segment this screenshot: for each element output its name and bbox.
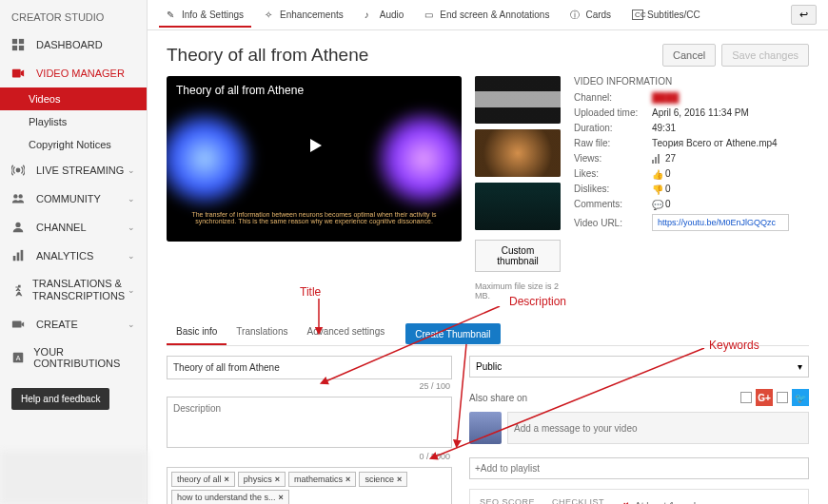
video-player[interactable]: Theory of all from Athene The transfer o… bbox=[167, 76, 462, 242]
fail-icon: ✗ bbox=[621, 501, 629, 505]
translate-icon bbox=[11, 283, 25, 297]
tag-chip[interactable]: physics× bbox=[238, 472, 286, 487]
cards-icon: ⓘ bbox=[570, 9, 582, 22]
svg-point-7 bbox=[18, 194, 22, 198]
live-icon bbox=[11, 164, 29, 177]
player-progress-bar[interactable] bbox=[167, 230, 462, 242]
thumbs-down-icon: 👎 bbox=[652, 184, 661, 194]
thumbnail-option-3[interactable] bbox=[475, 183, 561, 230]
create-icon bbox=[11, 318, 29, 331]
tag-remove-icon[interactable]: × bbox=[345, 475, 350, 484]
sidebar-item-contributions[interactable]: A YOUR CONTRIBUTIONS bbox=[0, 339, 147, 377]
caret-down-icon: ▾ bbox=[798, 361, 802, 372]
desc-char-counter: 0 / 5000 bbox=[168, 452, 450, 461]
chevron-down-icon: ⌄ bbox=[128, 223, 135, 232]
svg-rect-3 bbox=[19, 46, 24, 50]
sidebar-sub-playlists[interactable]: Playlists bbox=[0, 110, 147, 133]
sidebar-item-community[interactable]: COMMUNITY ⌄ bbox=[0, 184, 147, 213]
thumbnail-option-1[interactable] bbox=[475, 76, 561, 124]
checklist-row[interactable]: ✗At least 1 card→ bbox=[621, 499, 798, 504]
title-input[interactable] bbox=[167, 356, 452, 379]
channel-icon bbox=[11, 221, 29, 234]
tab-cards[interactable]: ⓘCards bbox=[562, 1, 619, 29]
video-info-table: Channel:████ Uploaded time:April 6, 2016… bbox=[574, 92, 809, 231]
sidebar-item-create[interactable]: CREATE ⌄ bbox=[0, 310, 147, 339]
comments-count: 0 bbox=[665, 199, 671, 209]
svg-rect-17 bbox=[658, 154, 660, 164]
video-manager-submenu: Videos Playlists Copyright Notices bbox=[0, 87, 147, 156]
cancel-button[interactable]: Cancel bbox=[662, 44, 716, 67]
editor-tabs: ✎Info & Settings ✧Enhancements ♪Audio ▭E… bbox=[148, 0, 828, 30]
svg-rect-0 bbox=[12, 39, 17, 44]
description-input[interactable] bbox=[167, 397, 452, 448]
svg-rect-16 bbox=[655, 157, 657, 164]
sidebar-label: DASHBOARD bbox=[36, 39, 103, 50]
tab-audio[interactable]: ♪Audio bbox=[357, 2, 412, 28]
share-message-input[interactable] bbox=[507, 412, 809, 444]
tab-translations[interactable]: Translations bbox=[227, 320, 297, 345]
channel-name: ████ bbox=[652, 92, 809, 103]
svg-point-6 bbox=[13, 194, 17, 198]
svg-rect-10 bbox=[17, 253, 20, 262]
tags-input[interactable]: theory of all× physics× mathematics× sci… bbox=[167, 467, 452, 504]
tab-basic-info[interactable]: Basic info bbox=[167, 320, 227, 345]
chevron-down-icon: ⌄ bbox=[128, 165, 135, 175]
checklist-heading: CHECKLIST bbox=[552, 497, 604, 504]
views-count: 27 bbox=[665, 153, 676, 164]
add-playlist-input[interactable] bbox=[469, 457, 809, 479]
svg-text:A: A bbox=[16, 355, 21, 361]
tab-advanced[interactable]: Advanced settings bbox=[297, 320, 394, 345]
views-bars-icon bbox=[652, 154, 661, 164]
sidebar-sub-copyright[interactable]: Copyright Notices bbox=[0, 133, 147, 156]
sidebar-item-channel[interactable]: CHANNEL ⌄ bbox=[0, 213, 147, 242]
seo-panel: SEO SCORE 8.9/100 CHECKLIST 0/8 ✗At leas… bbox=[469, 489, 809, 504]
tag-chip[interactable]: how to understand the s...× bbox=[171, 490, 289, 504]
custom-thumbnail-button[interactable]: Custom thumbnail bbox=[475, 240, 561, 272]
tag-remove-icon[interactable]: × bbox=[279, 493, 284, 502]
tag-remove-icon[interactable]: × bbox=[275, 475, 280, 484]
raw-file-name: Теория Всего от Athene.mp4 bbox=[652, 138, 809, 148]
player-caption: The transfer of information between neur… bbox=[174, 211, 454, 224]
video-info-heading: VIDEO INFORMATION bbox=[574, 76, 809, 87]
help-feedback-button[interactable]: Help and feedback bbox=[11, 388, 109, 410]
wand-icon: ✧ bbox=[265, 10, 276, 20]
creator-sidebar: CREATOR STUDIO DASHBOARD VIDEO MANAGER V… bbox=[0, 0, 148, 504]
sidebar-sub-videos[interactable]: Videos bbox=[0, 87, 147, 110]
sidebar-item-dashboard[interactable]: DASHBOARD bbox=[0, 30, 147, 59]
tag-chip[interactable]: mathematics× bbox=[288, 472, 356, 487]
sidebar-label: ANALYTICS bbox=[36, 250, 93, 262]
title-char-counter: 25 / 100 bbox=[168, 381, 450, 391]
duration-value: 49:31 bbox=[652, 123, 809, 133]
tab-endscreen[interactable]: ▭End screen & Annotations bbox=[417, 2, 557, 28]
save-button[interactable]: Save changes bbox=[721, 44, 809, 67]
arrow-right-icon: → bbox=[787, 499, 798, 504]
video-url-field[interactable] bbox=[652, 214, 789, 231]
main-panel: ✎Info & Settings ✧Enhancements ♪Audio ▭E… bbox=[148, 0, 828, 504]
back-button[interactable]: ↩ bbox=[791, 5, 817, 25]
chevron-down-icon: ⌄ bbox=[128, 320, 135, 329]
comment-icon: 💬 bbox=[652, 200, 661, 209]
chevron-down-icon: ⌄ bbox=[128, 285, 135, 295]
sidebar-item-analytics[interactable]: ANALYTICS ⌄ bbox=[0, 242, 147, 270]
sidebar-item-translations[interactable]: TRANSLATIONS & TRANSCRIPTIONS ⌄ bbox=[0, 270, 147, 310]
sidebar-item-video-manager[interactable]: VIDEO MANAGER bbox=[0, 59, 147, 87]
chevron-down-icon: ⌄ bbox=[128, 194, 135, 204]
tag-remove-icon[interactable]: × bbox=[397, 475, 402, 484]
pencil-icon: ✎ bbox=[167, 10, 178, 20]
tag-chip[interactable]: theory of all× bbox=[171, 472, 235, 487]
sidebar-item-live[interactable]: LIVE STREAMING ⌄ bbox=[0, 156, 147, 184]
tag-chip[interactable]: science× bbox=[359, 472, 407, 487]
tab-subtitles[interactable]: CCSubtitles/CC bbox=[624, 2, 708, 28]
tab-info-settings[interactable]: ✎Info & Settings bbox=[159, 2, 251, 28]
analytics-icon bbox=[11, 249, 29, 262]
privacy-select[interactable]: Public▾ bbox=[469, 356, 809, 378]
svg-rect-9 bbox=[13, 256, 16, 261]
tag-remove-icon[interactable]: × bbox=[225, 475, 229, 484]
share-twitter-checkbox[interactable] bbox=[777, 392, 788, 403]
tab-enhancements[interactable]: ✧Enhancements bbox=[257, 2, 351, 28]
play-icon[interactable] bbox=[292, 131, 336, 160]
sidebar-label: LIVE STREAMING bbox=[36, 165, 124, 176]
create-thumbnail-button[interactable]: Create Thumbnail bbox=[405, 323, 500, 344]
share-gplus-checkbox[interactable] bbox=[740, 392, 752, 403]
thumbnail-option-2[interactable] bbox=[475, 129, 561, 177]
